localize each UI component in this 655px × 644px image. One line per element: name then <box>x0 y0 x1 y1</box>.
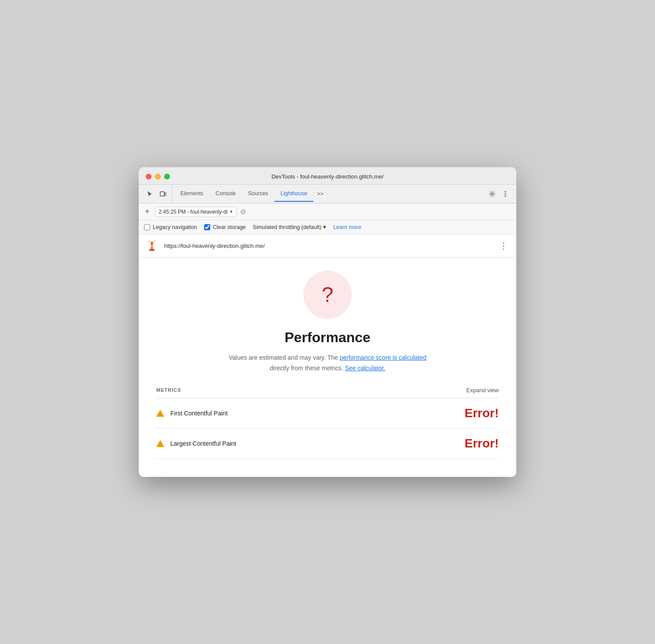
cursor-icon[interactable] <box>144 188 155 200</box>
clear-storage-checkbox[interactable] <box>204 224 210 230</box>
score-question-mark: ? <box>322 284 334 305</box>
warning-icon-lcp <box>156 440 164 447</box>
svg-rect-0 <box>160 192 164 196</box>
toolbar-icons <box>142 185 173 203</box>
toolbar-right <box>485 188 513 200</box>
legacy-nav-group: Legacy navigation <box>144 224 197 230</box>
more-options-icon[interactable] <box>500 188 511 200</box>
expand-view-button[interactable]: Expand view <box>466 387 499 394</box>
metrics-header: METRICS Expand view <box>156 387 499 398</box>
url-field[interactable]: 2:45:25 PM - foul-heavenly-di ▾ <box>155 207 237 217</box>
lighthouse-url-text: https://foul-heavenly-direction.glitch.m… <box>164 243 492 249</box>
svg-point-5 <box>505 196 506 197</box>
metric-value-fcp: Error! <box>464 406 499 420</box>
svg-rect-1 <box>165 193 166 196</box>
browser-window: DevTools - foul-heavenly-direction.glitc… <box>139 167 516 477</box>
tab-elements[interactable]: Elements <box>174 186 209 202</box>
clear-storage-group: Clear storage <box>204 224 246 230</box>
svg-rect-8 <box>151 246 153 247</box>
no-cache-icon: ⊘ <box>240 208 246 216</box>
lighthouse-logo-icon <box>145 239 159 253</box>
lighthouse-url-bar: https://foul-heavenly-direction.glitch.m… <box>139 234 516 258</box>
url-bar-row: + 2:45:25 PM - foul-heavenly-di ▾ ⊘ <box>139 204 516 220</box>
tabs-row: Elements Console Sources Lighthouse >> <box>174 186 485 202</box>
svg-rect-9 <box>151 243 153 244</box>
url-field-text: 2:45:25 PM - foul-heavenly-di <box>159 209 228 215</box>
description-text: Values are estimated and may vary. The <box>229 354 340 361</box>
clear-storage-label: Clear storage <box>213 224 246 230</box>
traffic-lights <box>146 174 170 179</box>
svg-rect-6 <box>149 249 155 251</box>
learn-more-link[interactable]: Learn more <box>333 224 361 230</box>
metrics-label: METRICS <box>156 387 181 393</box>
calculator-link[interactable]: See calculator. <box>345 365 385 372</box>
metric-value-lcp: Error! <box>464 436 499 451</box>
window-title: DevTools - foul-heavenly-direction.glitc… <box>271 173 383 180</box>
tab-lighthouse[interactable]: Lighthouse <box>274 186 313 202</box>
legacy-nav-label: Legacy navigation <box>153 224 197 230</box>
svg-point-3 <box>505 191 506 193</box>
description-mid: directly from these metrics. <box>270 365 345 372</box>
more-tabs-icon[interactable]: >> <box>313 186 327 202</box>
maximize-button[interactable] <box>164 174 170 179</box>
metric-name-fcp: First Contentful Paint <box>170 410 464 417</box>
url-dropdown-icon[interactable]: ▾ <box>230 209 233 215</box>
score-circle: ? <box>303 271 352 319</box>
title-bar: DevTools - foul-heavenly-direction.glitc… <box>139 167 516 185</box>
legacy-nav-checkbox[interactable] <box>144 224 150 230</box>
tab-sources[interactable]: Sources <box>242 186 274 202</box>
kebab-menu-icon[interactable]: ⋮ <box>497 240 510 252</box>
performance-title: Performance <box>156 329 499 346</box>
main-content: ? Performance Values are estimated and m… <box>139 258 516 477</box>
tab-console[interactable]: Console <box>209 186 242 202</box>
options-row: Legacy navigation Clear storage Simulate… <box>139 220 516 234</box>
metric-row-fcp: First Contentful Paint Error! <box>156 398 499 429</box>
devtools-toolbar: Elements Console Sources Lighthouse >> <box>139 185 516 204</box>
performance-description: Values are estimated and may vary. The p… <box>156 353 499 374</box>
add-session-button[interactable]: + <box>143 206 151 217</box>
warning-icon-fcp <box>156 410 164 417</box>
svg-marker-10 <box>151 241 153 243</box>
svg-point-4 <box>505 193 506 195</box>
throttling-label: Simulated throttling (default) ▾ <box>253 224 326 230</box>
throttling-dropdown-icon[interactable]: ▾ <box>323 224 326 230</box>
close-button[interactable] <box>146 174 151 179</box>
device-toggle-icon[interactable] <box>157 188 169 200</box>
svg-line-12 <box>154 241 155 242</box>
perf-score-link[interactable]: performance score is calculated <box>340 354 427 361</box>
metric-name-lcp: Largest Contentful Paint <box>170 440 464 447</box>
settings-icon[interactable] <box>486 188 498 200</box>
svg-point-2 <box>491 193 493 195</box>
metric-row-lcp: Largest Contentful Paint Error! <box>156 429 499 459</box>
minimize-button[interactable] <box>155 174 161 179</box>
svg-line-11 <box>149 241 150 242</box>
